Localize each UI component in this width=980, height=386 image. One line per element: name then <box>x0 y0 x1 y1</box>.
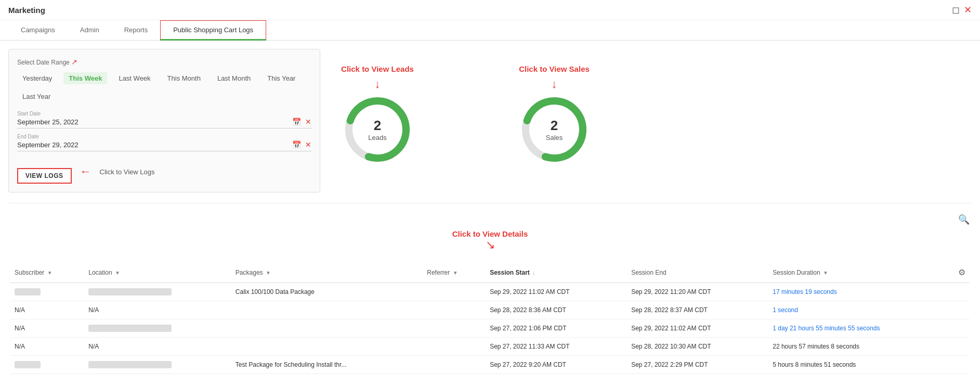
view-details-hint-area: Click to View Details ↘ <box>10 229 970 252</box>
leads-chart[interactable]: Click to View Leads ↓ 2 Leads <box>341 65 414 166</box>
leads-donut: 2 Leads <box>341 93 414 166</box>
col-header-subscriber[interactable]: Subscriber ▼ <box>10 262 84 283</box>
cell-session-duration[interactable]: 1 day 21 hours 55 minutes 55 seconds <box>768 319 954 338</box>
view-logs-hint: Click to View Logs <box>100 168 155 176</box>
sales-donut: 2 Sales <box>518 93 591 166</box>
table-header-row: 🔍 <box>10 214 970 225</box>
top-section: Select Date Range ↗ Yesterday This Week … <box>8 49 972 192</box>
btn-last-year[interactable]: Last Year <box>17 91 56 102</box>
window-close-icon[interactable]: ✕ <box>964 4 972 16</box>
view-logs-arrow-icon: ← <box>80 165 92 178</box>
col-header-session-start[interactable]: Session Start ↓ <box>486 262 627 283</box>
view-details-hint: Click to View Details <box>452 229 528 238</box>
window-restore-icon[interactable]: ◻ <box>952 4 960 16</box>
leads-chart-arrow-icon: ↓ <box>341 78 414 91</box>
cell-actions <box>954 283 970 301</box>
col-header-settings[interactable]: ⚙ <box>954 262 970 283</box>
end-date-clear-icon[interactable]: ✕ <box>305 140 311 149</box>
table-row[interactable]: N/A N/A Sep 27, 2022 11:33 AM CDT Sep 28… <box>10 338 970 356</box>
sales-chart-hint: Click to View Sales <box>518 65 591 73</box>
sales-chart-arrow-icon: ↓ <box>518 78 591 91</box>
cell-session-end: Sep 29, 2022 11:02 AM CDT <box>627 319 768 338</box>
cell-actions <box>954 338 970 356</box>
col-header-location[interactable]: Location ▼ <box>84 262 231 283</box>
cell-session-start: Sep 27, 2022 1:06 PM CDT <box>486 319 627 338</box>
sales-label: Sales <box>546 134 563 142</box>
tab-public-shopping-cart-logs[interactable]: Public Shopping Cart Logs <box>160 20 266 41</box>
cell-session-end: Sep 29, 2022 11:20 AM CDT <box>627 283 768 301</box>
cell-location <box>84 319 231 338</box>
cell-location: N/A <box>84 338 231 356</box>
tab-campaigns[interactable]: Campaigns <box>8 21 68 41</box>
btn-last-week[interactable]: Last Week <box>113 72 155 84</box>
leads-count: 2 <box>368 118 386 134</box>
cell-packages <box>231 338 423 356</box>
table-row[interactable]: Calix 100/100 Data Package Sep 29, 2022 … <box>10 283 970 301</box>
table-row[interactable]: N/A N/A Sep 28, 2022 8:36 AM CDT Sep 28,… <box>10 301 970 319</box>
date-filter-label: Select Date Range ↗ <box>17 58 311 66</box>
cell-referrer <box>423 283 486 301</box>
top-bar: Marketing ◻ ✕ <box>0 0 980 20</box>
btn-this-month[interactable]: This Month <box>162 72 206 84</box>
btn-this-year[interactable]: This Year <box>262 72 300 84</box>
date-filter-box: Select Date Range ↗ Yesterday This Week … <box>8 49 320 192</box>
start-date-clear-icon[interactable]: ✕ <box>305 118 311 126</box>
leads-chart-hint: Click to View Leads <box>341 65 414 73</box>
search-button[interactable]: 🔍 <box>958 214 970 225</box>
date-range-buttons: Yesterday This Week Last Week This Month… <box>17 72 311 102</box>
btn-yesterday[interactable]: Yesterday <box>17 72 57 84</box>
btn-last-month[interactable]: Last Month <box>212 72 256 84</box>
cell-packages: Test Package for Scheduling Install thr.… <box>231 356 423 374</box>
cell-session-duration[interactable]: 17 minutes 19 seconds <box>768 283 954 301</box>
sales-chart[interactable]: Click to View Sales ↓ 2 Sales <box>518 65 591 166</box>
end-date-group: End Date September 29, 2022 📅 ✕ <box>17 134 311 151</box>
col-header-referrer[interactable]: Referrer ▼ <box>423 262 486 283</box>
cell-packages <box>231 319 423 338</box>
tab-navigation: Campaigns Admin Reports Public Shopping … <box>0 20 980 41</box>
tab-admin[interactable]: Admin <box>68 21 112 41</box>
cell-session-start: Sep 27, 2022 9:20 AM CDT <box>486 356 627 374</box>
tab-reports[interactable]: Reports <box>112 21 161 41</box>
cell-location <box>84 283 231 301</box>
cell-referrer <box>423 301 486 319</box>
date-range-arrow-icon: ↗ <box>71 58 77 66</box>
section-divider <box>8 203 972 203</box>
start-date-value: September 25, 2022 <box>17 118 288 126</box>
cell-session-end: Sep 28, 2022 10:30 AM CDT <box>627 338 768 356</box>
cell-actions <box>954 356 970 374</box>
view-logs-button[interactable]: VIEW LOGS <box>17 168 72 184</box>
col-header-session-duration[interactable]: Session Duration ▼ <box>768 262 954 283</box>
table-row[interactable]: N/A Sep 27, 2022 1:06 PM CDT Sep 29, 202… <box>10 319 970 338</box>
cell-packages <box>231 301 423 319</box>
top-bar-icons: ◻ ✕ <box>952 4 972 16</box>
start-date-group: Start Date September 25, 2022 📅 ✕ <box>17 111 311 128</box>
cell-location <box>84 356 231 374</box>
cell-session-duration[interactable]: 1 second <box>768 301 954 319</box>
charts-area: Click to View Leads ↓ 2 Leads <box>341 65 591 166</box>
cell-location: N/A <box>84 301 231 319</box>
cell-session-start: Sep 27, 2022 11:33 AM CDT <box>486 338 627 356</box>
end-date-value: September 29, 2022 <box>17 141 288 149</box>
cell-session-start: Sep 28, 2022 8:36 AM CDT <box>486 301 627 319</box>
main-content: Select Date Range ↗ Yesterday This Week … <box>0 41 980 382</box>
sales-count: 2 <box>546 118 563 134</box>
cell-subscriber: N/A <box>10 319 84 338</box>
view-details-arrow-icon: ↘ <box>486 238 495 251</box>
settings-gear-icon[interactable]: ⚙ <box>958 268 965 277</box>
col-header-session-end: Session End <box>627 262 768 283</box>
leads-label: Leads <box>368 134 386 142</box>
start-date-calendar-icon[interactable]: 📅 <box>292 118 301 126</box>
cell-subscriber <box>10 356 84 374</box>
cell-session-duration: 5 hours 8 minutes 51 seconds <box>768 356 954 374</box>
cell-referrer <box>423 356 486 374</box>
location-sort-icon: ▼ <box>115 270 120 276</box>
col-header-packages[interactable]: Packages ▼ <box>231 262 423 283</box>
session-start-sort-icon: ↓ <box>532 270 535 276</box>
packages-sort-icon: ▼ <box>266 270 271 276</box>
btn-this-week[interactable]: This Week <box>63 72 107 84</box>
cell-referrer <box>423 319 486 338</box>
end-date-calendar-icon[interactable]: 📅 <box>292 140 301 149</box>
cell-actions <box>954 319 970 338</box>
referrer-sort-icon: ▼ <box>453 270 458 276</box>
table-row[interactable]: Test Package for Scheduling Install thr.… <box>10 356 970 374</box>
